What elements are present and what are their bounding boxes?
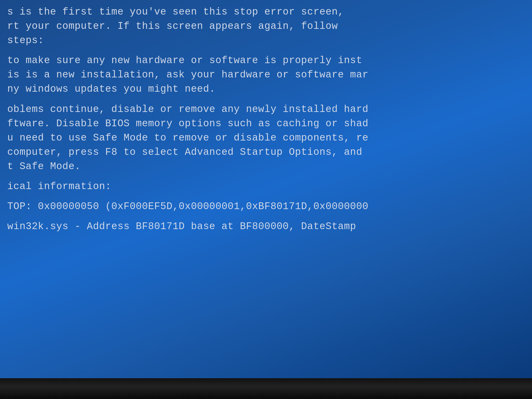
bsod-line-5: to make sure any new hardware or softwar… xyxy=(7,53,525,68)
bsod-line-17: TOP: 0x00000050 (0xF000EF5D,0x00000001,0… xyxy=(7,199,525,214)
bsod-line-12: computer, press F8 to select Advanced St… xyxy=(7,145,525,159)
bsod-screen: s is the first time you've seen this sto… xyxy=(0,0,532,378)
bsod-line-13: t Safe Mode. xyxy=(7,159,525,174)
bsod-line-10: ftware. Disable BIOS memory options such… xyxy=(7,116,525,131)
bsod-line-6: is is a new installation, ask your hardw… xyxy=(7,68,525,82)
bsod-line-9: oblems continue, disable or remove any n… xyxy=(7,102,525,116)
bsod-line-1: s is the first time you've seen this sto… xyxy=(7,5,525,19)
bsod-line-15: ical information: xyxy=(7,179,525,194)
bottom-bar xyxy=(0,378,532,399)
bsod-line-3: steps: xyxy=(7,33,525,48)
bsod-line-11: u need to use Safe Mode to remove or dis… xyxy=(7,131,525,145)
bsod-line-19: win32k.sys - Address BF80171D base at BF… xyxy=(7,219,525,234)
bsod-line-2: rt your computer. If this screen appears… xyxy=(7,19,525,33)
bsod-line-7: ny windows updates you might need. xyxy=(7,82,525,96)
bsod-text-area: s is the first time you've seen this sto… xyxy=(0,0,532,234)
